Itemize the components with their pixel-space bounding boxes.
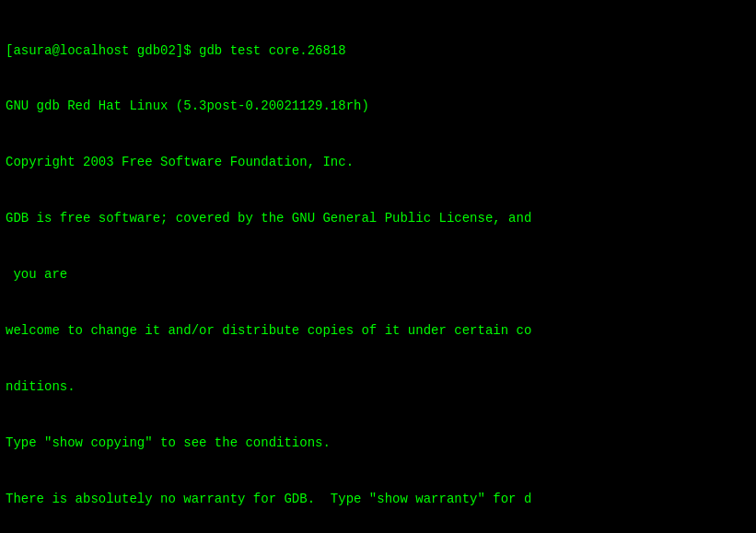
terminal-line-5: you are [6, 265, 750, 284]
terminal-line-2: GNU gdb Red Hat Linux (5.3post-0.2002112… [6, 97, 750, 115]
terminal-line-9: There is absolutely no warranty for GDB.… [6, 490, 750, 508]
terminal-line-1: [asura@localhost gdb02]$ gdb test core.2… [6, 41, 750, 60]
terminal-line-4: GDB is free software; covered by the GNU… [6, 209, 750, 227]
terminal-window[interactable]: [asura@localhost gdb02]$ gdb test core.2… [0, 0, 756, 533]
terminal-line-8: Type "show copying" to see the condition… [6, 434, 750, 452]
terminal-line-7: nditions. [6, 377, 750, 396]
terminal-line-6: welcome to change it and/or distribute c… [6, 321, 750, 340]
terminal-line-3: Copyright 2003 Free Software Foundation,… [6, 153, 750, 171]
